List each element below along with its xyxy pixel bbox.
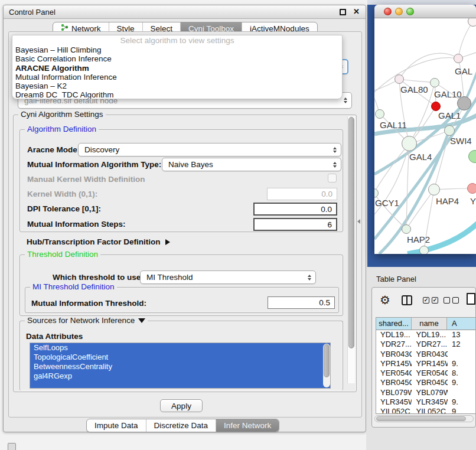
column-header[interactable]: name <box>412 318 447 330</box>
table-cell[interactable]: 13 <box>448 330 476 340</box>
table-cell[interactable]: 8. <box>448 369 476 378</box>
close-icon[interactable]: ✕ <box>353 7 360 16</box>
table-cell[interactable]: YDL19... <box>412 330 447 340</box>
table-row[interactable]: YBR043CYBR043C <box>376 350 476 359</box>
network-edge[interactable] <box>458 21 473 58</box>
attributes-list-scrollbar[interactable] <box>323 344 330 387</box>
network-node-y[interactable] <box>467 183 476 194</box>
settings-scrollbar[interactable] <box>347 116 355 383</box>
attribute-list-item[interactable]: TopologicalCoefficient <box>30 353 330 362</box>
table-row[interactable]: YER054CYER054C8. <box>376 369 476 378</box>
table-cell[interactable]: YBR045C <box>376 378 412 387</box>
network-edge[interactable] <box>374 144 409 193</box>
table-cell[interactable]: YIL052C <box>376 407 412 414</box>
attribute-list-item[interactable]: SelfLoops <box>30 343 330 353</box>
table-cell[interactable]: YER054C <box>376 369 412 378</box>
table-row[interactable]: YLR345WYLR345W9. <box>376 397 476 407</box>
table-cell[interactable]: YDL19... <box>376 330 412 340</box>
float-window-icon[interactable] <box>340 9 346 15</box>
select-all-icon[interactable]: ✓✓ <box>423 297 438 304</box>
deselect-all-icon[interactable] <box>444 297 459 304</box>
attribute-list-item-partial[interactable] <box>30 381 330 389</box>
table-cell[interactable]: YBR043C <box>376 350 412 359</box>
table-cell[interactable]: YDR27... <box>376 340 412 349</box>
table-cell[interactable]: YIL052C <box>412 407 447 414</box>
network-edge[interactable] <box>399 79 435 83</box>
new-document-icon[interactable] <box>467 293 475 305</box>
table-cell[interactable]: 9. <box>448 359 476 369</box>
algorithm-option[interactable]: Bayesian – Hill Climbing <box>12 45 342 54</box>
network-edge[interactable] <box>399 53 458 79</box>
mi-algorithm-type-combobox[interactable]: Naive Bayes <box>162 158 341 171</box>
close-traffic-light-icon[interactable] <box>384 8 392 15</box>
minimize-traffic-light-icon[interactable] <box>395 8 403 15</box>
table-cell[interactable]: YPR145W <box>376 359 412 369</box>
table-cell[interactable]: YBL079W <box>376 388 412 397</box>
table-cell[interactable]: 9. <box>448 378 476 387</box>
table-cell[interactable]: YBL079W <box>412 388 447 397</box>
sources-legend[interactable]: Sources for Network Inference <box>25 316 148 325</box>
table-row[interactable]: YPR145WYPR145W9. <box>376 359 476 369</box>
network-node[interactable] <box>457 96 471 110</box>
attributes-list-scrollbar-thumb[interactable] <box>324 344 330 377</box>
mi-steps-input[interactable]: 6 <box>253 218 337 231</box>
zoom-traffic-light-icon[interactable] <box>406 8 414 15</box>
table-cell[interactable] <box>448 388 476 397</box>
table-cell[interactable] <box>448 350 476 359</box>
manual-kernel-width-checkbox[interactable] <box>328 174 337 182</box>
network-node-gal1[interactable] <box>431 102 441 111</box>
network-node[interactable] <box>419 246 429 254</box>
table-horizontal-scrollbar[interactable] <box>374 415 474 422</box>
tab-discretize-data[interactable]: Discretize Data <box>146 419 217 432</box>
collapsed-panel-icon[interactable] <box>8 443 16 450</box>
table-cell[interactable]: YLR345W <box>376 397 412 407</box>
gear-icon[interactable]: ⚙ <box>380 293 390 307</box>
network-node-gal11[interactable] <box>375 109 384 119</box>
table-row[interactable]: YBR045CYBR045C9. <box>376 378 476 387</box>
network-canvas[interactable]: GALGAL80GAL10GAL1GAL11SWI4GAL4GCY1HAP4YH… <box>374 18 476 254</box>
network-node-gal80[interactable] <box>395 74 404 84</box>
dpi-tolerance-input[interactable]: 0.0 <box>253 203 337 216</box>
algorithm-option[interactable]: Dream8 DC_TDC Algorithm <box>12 90 342 99</box>
hub-transcription-factor-expander[interactable]: Hub/Transcription Factor Definition <box>27 237 170 246</box>
tab-impute-data[interactable]: Impute Data <box>87 419 146 432</box>
algorithm-option[interactable]: ARACNE Algorithm <box>12 64 342 73</box>
network-node-swi4[interactable] <box>444 125 455 136</box>
table-row[interactable]: YBL079WYBL079W <box>376 388 476 397</box>
algorithm-option[interactable]: Mutual Information Inference <box>12 73 342 81</box>
table-cell[interactable]: 9. <box>448 397 476 407</box>
table-cell[interactable]: YDR27... <box>412 340 447 349</box>
table-cell[interactable]: YBR045C <box>412 378 447 387</box>
algorithm-option[interactable]: Bayesian – K2 <box>12 81 342 90</box>
settings-scrollbar-thumb[interactable] <box>348 117 354 348</box>
table-horizontal-scrollbar-thumb[interactable] <box>376 416 466 421</box>
mi-threshold-input[interactable]: 0.5 <box>268 296 335 309</box>
table-cell[interactable]: 12 <box>448 340 476 349</box>
which-threshold-combobox[interactable]: MI Threshold <box>140 270 316 284</box>
tab-infer-network[interactable]: Infer Network <box>216 419 279 432</box>
table-row[interactable]: YDL19...YDL19...13 <box>376 330 476 340</box>
network-node-hap2[interactable] <box>402 224 411 234</box>
network-node-gal4[interactable] <box>402 136 417 151</box>
table-cell[interactable]: YER054C <box>412 369 447 378</box>
attribute-list-item[interactable]: BetweennessCentrality <box>30 362 330 371</box>
network-node-gal10[interactable] <box>430 78 439 87</box>
network-node-gal[interactable] <box>454 54 463 63</box>
table-cell[interactable]: YLR345W <box>412 397 447 407</box>
column-header[interactable]: A <box>447 318 476 330</box>
table-cell[interactable]: YPR145W <box>412 359 447 369</box>
aracne-mode-combobox[interactable]: Discovery <box>78 143 341 156</box>
algorithm-option[interactable]: Basic Correlation Inference <box>12 54 342 63</box>
split-columns-icon[interactable] <box>402 295 412 305</box>
table-cell[interactable]: YBR043C <box>412 350 447 359</box>
table-row[interactable]: YIL052CYIL052C9 <box>376 407 476 414</box>
attribute-list-item[interactable]: gal4RGexp <box>30 371 330 381</box>
column-header[interactable]: shared... <box>376 318 412 330</box>
network-node-hap4[interactable] <box>428 184 440 195</box>
panel-resize-handle-icon[interactable] <box>357 219 360 224</box>
table-cell[interactable]: 9 <box>448 407 476 414</box>
data-attributes-list[interactable]: SelfLoopsTopologicalCoefficientBetweenne… <box>30 343 331 389</box>
table-row[interactable]: YDR27...YDR27...12 <box>376 340 476 349</box>
apply-button[interactable]: Apply <box>160 399 203 412</box>
kernel-width-input[interactable]: 0.0 <box>267 188 337 200</box>
